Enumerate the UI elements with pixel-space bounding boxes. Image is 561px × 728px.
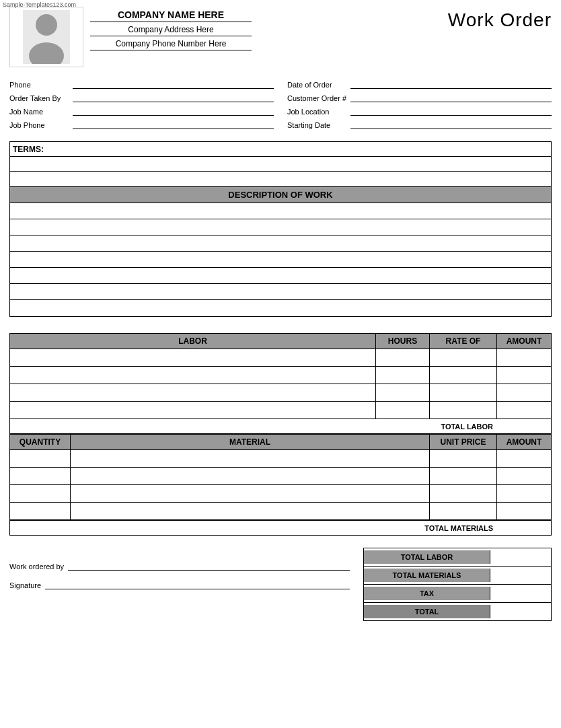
desc-row-7[interactable] [10,300,551,316]
desc-row-2[interactable] [10,219,551,235]
terms-label-row: TERMS: [10,142,551,157]
customer-order-field[interactable] [350,93,552,102]
form-left-col: Phone Order Taken By Job Name Job Phone [9,79,274,129]
labor-row-1[interactable] [10,349,551,367]
form-row-customer-order: Customer Order # [287,93,552,102]
order-taken-field[interactable] [73,93,274,102]
materials-row-2[interactable] [10,468,551,485]
labor-section: LABOR HOURS RATE OF AMOUNT [9,333,552,536]
signature-label: Signature [9,581,41,589]
job-phone-label: Job Phone [9,121,70,129]
logo-box [9,7,83,67]
amount-col-header: AMOUNT [497,334,551,349]
total-labor-row: TOTAL LABOR [10,419,551,434]
summary-total-labor-label: TOTAL LABOR [364,550,490,564]
rate-col-header: RATE OF [430,334,497,349]
description-rows [9,203,552,317]
work-ordered-row: Work ordered by [9,561,350,571]
summary-total-labor-value[interactable] [490,548,551,566]
desc-row-5[interactable] [10,268,551,284]
total-materials-label: TOTAL MATERIALS [10,524,497,532]
labor-col-header: LABOR [10,334,376,349]
labor-row-4[interactable] [10,402,551,419]
summary-tax-value[interactable] [490,585,551,602]
terms-row-2[interactable] [10,172,551,186]
job-location-field[interactable] [350,106,552,116]
materials-header: QUANTITY MATERIAL UNIT PRICE AMOUNT [10,434,551,450]
labor-row-2[interactable] [10,367,551,384]
terms-section: TERMS: [9,141,552,187]
desc-row-3[interactable] [10,235,551,252]
mat-amount-col-header: AMOUNT [497,435,551,449]
summary-total-materials-row: TOTAL MATERIALS [364,567,551,585]
job-location-label: Job Location [287,108,348,116]
form-row-job-location: Job Location [287,106,552,116]
starting-date-field[interactable] [350,120,552,129]
materials-row-3[interactable] [10,485,551,503]
job-name-field[interactable] [73,106,274,116]
header-section: COMPANY NAME HERE Company Address Here C… [9,7,552,67]
job-name-label: Job Name [9,108,70,116]
summary-total-value[interactable] [490,603,551,620]
company-logo [10,7,83,67]
customer-order-label: Customer Order # [287,94,348,102]
starting-date-label: Starting Date [287,121,348,129]
form-section: Phone Order Taken By Job Name Job Phone … [9,79,552,129]
summary-tax-label: TAX [364,587,490,600]
order-taken-label: Order Taken By [9,94,70,102]
material-col-header: MATERIAL [71,435,430,449]
desc-row-1[interactable] [10,203,551,219]
summary-tax-row: TAX [364,585,551,603]
total-labor-label: TOTAL LABOR [10,423,497,431]
terms-row-1[interactable] [10,157,551,172]
form-right-col: Date of Order Customer Order # Job Locat… [287,79,552,129]
phone-label: Phone [9,81,70,89]
form-row-phone: Phone [9,79,274,89]
form-row-date: Date of Order [287,79,552,89]
work-ordered-field[interactable] [68,561,350,571]
summary-section: Work ordered by Signature TOTAL LABOR TO… [9,548,552,621]
company-info: COMPANY NAME HERE Company Address Here C… [90,7,252,53]
title-area: Work Order [448,7,552,31]
date-label: Date of Order [287,81,348,89]
unit-price-col-header: UNIT PRICE [430,435,497,449]
watermark: Sample-Templates123.com [3,1,76,8]
summary-total-labor-row: TOTAL LABOR [364,548,551,567]
totals-table: TOTAL LABOR TOTAL MATERIALS TAX TOTAL [363,548,552,621]
desc-row-6[interactable] [10,284,551,300]
company-phone: Company Phone Number Here [90,39,252,50]
labor-row-3[interactable] [10,384,551,402]
summary-total-materials-label: TOTAL MATERIALS [364,569,490,582]
form-row-job-name: Job Name [9,106,274,116]
company-name: COMPANY NAME HERE [90,9,252,22]
work-ordered-label: Work ordered by [9,562,64,571]
description-header: DESCRIPTION OF WORK [9,187,552,203]
form-row-order-taken: Order Taken By [9,93,274,102]
company-address: Company Address Here [90,25,252,36]
phone-field[interactable] [73,79,274,89]
form-row-job-phone: Job Phone [9,120,274,129]
desc-row-4[interactable] [10,252,551,268]
terms-label: TERMS: [13,145,44,154]
page-title: Work Order [448,9,552,31]
summary-total-materials-value[interactable] [490,567,551,584]
summary-total-row: TOTAL [364,603,551,620]
signature-field[interactable] [45,580,350,589]
signature-area: Work ordered by Signature [9,548,363,589]
quantity-col-header: QUANTITY [10,435,71,449]
total-materials-row: TOTAL MATERIALS [10,520,551,535]
signature-row: Signature [9,580,350,589]
job-phone-field[interactable] [73,120,274,129]
materials-row-4[interactable] [10,503,551,520]
date-field[interactable] [350,79,552,89]
summary-total-label: TOTAL [364,605,490,618]
hours-col-header: HOURS [376,334,430,349]
labor-header: LABOR HOURS RATE OF AMOUNT [10,334,551,349]
materials-row-1[interactable] [10,450,551,468]
svg-point-1 [36,14,57,36]
form-row-starting-date: Starting Date [287,120,552,129]
